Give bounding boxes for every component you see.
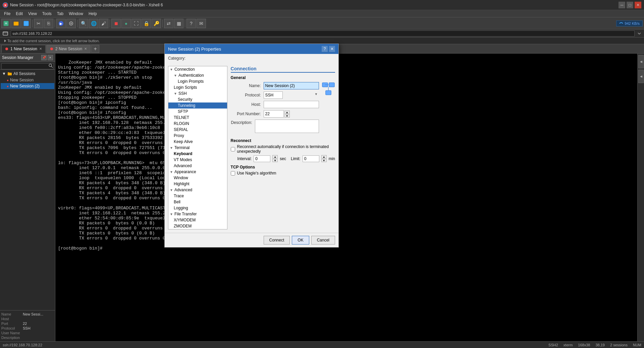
sm-pin-btn[interactable]: 📌: [41, 55, 47, 60]
lock-btn[interactable]: 🔒: [142, 19, 151, 28]
cat-logging[interactable]: Logging: [168, 205, 227, 211]
cat-proxy[interactable]: Proxy: [168, 133, 227, 139]
description-textarea[interactable]: [255, 120, 319, 133]
tab-2[interactable]: 2 New Session ✕: [46, 45, 91, 53]
stop-btn[interactable]: ⏹: [111, 19, 121, 28]
dropdown-icon[interactable]: [637, 31, 641, 36]
cat-rlogin[interactable]: RLOGIN: [168, 121, 227, 127]
host-input[interactable]: [264, 101, 319, 108]
dialog-help-btn[interactable]: ?: [322, 46, 328, 52]
port-increment[interactable]: ▲: [284, 111, 290, 114]
tab-1-close[interactable]: ✕: [39, 47, 42, 51]
connect-button[interactable]: Connect: [264, 236, 290, 245]
session-item-2[interactable]: ● New Session (2): [1, 83, 54, 89]
cat-advanced-terminal[interactable]: Advanced: [168, 163, 227, 169]
interval-input[interactable]: [254, 155, 270, 162]
cat-connection[interactable]: ▼ Connection: [168, 66, 227, 72]
cat-ssh[interactable]: ▼ SSH: [168, 90, 227, 96]
record-btn[interactable]: ●: [121, 19, 131, 28]
tab-add-button[interactable]: +: [91, 45, 99, 53]
menu-file[interactable]: File: [1, 11, 13, 17]
help-btn[interactable]: ?: [186, 19, 196, 28]
cat-login-scripts[interactable]: Login Scripts: [168, 84, 227, 90]
cat-login-prompts[interactable]: Login Prompts: [168, 78, 227, 84]
cat-keep-alive[interactable]: Keep Alive: [168, 139, 227, 145]
search-btn[interactable]: 🔍: [79, 19, 88, 28]
reconnect-label: Reconnect automatically if connection is…: [237, 144, 335, 154]
cat-security[interactable]: Security: [168, 96, 227, 102]
connect-btn[interactable]: ▶: [56, 19, 66, 28]
protocol-select[interactable]: SSH TELNET RLOGIN SERIAL: [264, 91, 283, 99]
menu-tools[interactable]: Tools: [40, 11, 54, 17]
cat-tunneling[interactable]: Tunneling: [168, 102, 227, 109]
limit-increment[interactable]: ▲: [321, 155, 327, 158]
brush-btn[interactable]: 🖌: [99, 19, 108, 28]
port-decrement[interactable]: ▼: [284, 114, 290, 118]
new-session-btn[interactable]: +: [1, 19, 11, 28]
right-btn-1[interactable]: ◀: [638, 55, 644, 68]
cat-vt-modes[interactable]: VT Modes: [168, 157, 227, 163]
layout-btn[interactable]: ▦: [174, 19, 183, 28]
cat-bell[interactable]: Bell: [168, 199, 227, 205]
menu-tab[interactable]: Tab: [54, 11, 66, 17]
cat-serial[interactable]: SERIAL: [168, 127, 227, 133]
ok-button[interactable]: OK: [292, 236, 309, 245]
close-button[interactable]: ✕: [635, 2, 641, 8]
cat-file-transfer[interactable]: ▼ File Transfer: [168, 211, 227, 217]
menu-help[interactable]: Help: [86, 11, 100, 17]
search-input[interactable]: [1, 63, 54, 69]
protocol-label: Protocol: [1, 326, 21, 330]
expand-btn[interactable]: ⛶: [131, 19, 141, 28]
msg-btn[interactable]: ✉: [197, 19, 206, 28]
svg-rect-18: [8, 72, 9, 73]
cat-telnet[interactable]: TELNET: [168, 115, 227, 121]
cat-terminal[interactable]: ▼ Terminal: [168, 145, 227, 151]
maximize-button[interactable]: □: [627, 2, 633, 8]
transfer-btn[interactable]: ⇄: [164, 19, 173, 28]
name-input[interactable]: [264, 82, 319, 89]
limit-spinners: ▲ ▼: [321, 155, 327, 162]
cat-highlight[interactable]: Highlight: [168, 181, 227, 187]
cat-xymodem[interactable]: X/YMODEM: [168, 217, 227, 223]
cat-sftp[interactable]: SFTP: [168, 109, 227, 115]
save-btn[interactable]: [21, 19, 31, 28]
cat-keyboard[interactable]: Keyboard: [168, 151, 227, 157]
reconnect-checkbox-row: Reconnect automatically if connection is…: [231, 144, 335, 154]
menu-edit[interactable]: Edit: [13, 11, 25, 17]
port-input[interactable]: [264, 110, 284, 118]
protocol-select-wrap: SSH TELNET RLOGIN SERIAL ▼: [264, 91, 319, 99]
right-btn-2[interactable]: ◀: [638, 70, 644, 83]
dialog-close-btn[interactable]: ✕: [329, 46, 335, 52]
address-input[interactable]: [11, 30, 635, 37]
session-2-label: New Session (2): [10, 84, 40, 88]
open-btn[interactable]: [11, 19, 21, 28]
menu-window[interactable]: Window: [66, 11, 86, 17]
tab-2-close[interactable]: ✕: [84, 47, 87, 51]
sm-close-btn[interactable]: ✕: [48, 55, 53, 60]
all-sessions-label[interactable]: ▼ All Sessions: [1, 70, 54, 77]
cancel-button[interactable]: Cancel: [311, 236, 335, 245]
reconnect-checkbox[interactable]: [231, 147, 235, 151]
session-item-1[interactable]: ● New Session: [1, 77, 54, 83]
minimize-button[interactable]: ─: [619, 2, 625, 8]
cat-advanced[interactable]: ▼ Advanced: [168, 187, 227, 193]
interval-decrement[interactable]: ▼: [272, 159, 278, 162]
config-btn[interactable]: [66, 19, 76, 28]
globe-btn[interactable]: 🌐: [89, 19, 98, 28]
copy-btn[interactable]: ⎘: [44, 19, 53, 28]
cat-window[interactable]: Window: [168, 175, 227, 181]
cat-trace[interactable]: Trace: [168, 193, 227, 199]
interval-increment[interactable]: ▲: [272, 155, 278, 158]
nagle-checkbox[interactable]: [231, 171, 235, 176]
port-field-label: Port Number:: [231, 112, 261, 116]
menu-view[interactable]: View: [25, 11, 40, 17]
cat-appearance[interactable]: ▼ Appearance: [168, 169, 227, 175]
key-btn[interactable]: 🔑: [152, 19, 161, 28]
cat-authentication[interactable]: ▼ Authentication: [168, 72, 227, 78]
tab-1[interactable]: 1 New Session ✕: [1, 45, 46, 53]
cat-zmodem[interactable]: ZMODEM: [168, 223, 227, 229]
cut-btn[interactable]: ✂: [34, 19, 43, 28]
limit-input[interactable]: [303, 155, 319, 162]
limit-decrement[interactable]: ▼: [321, 159, 327, 162]
terminal-area[interactable]: ZooKeeper JMX enabled by default Using c…: [55, 54, 637, 341]
